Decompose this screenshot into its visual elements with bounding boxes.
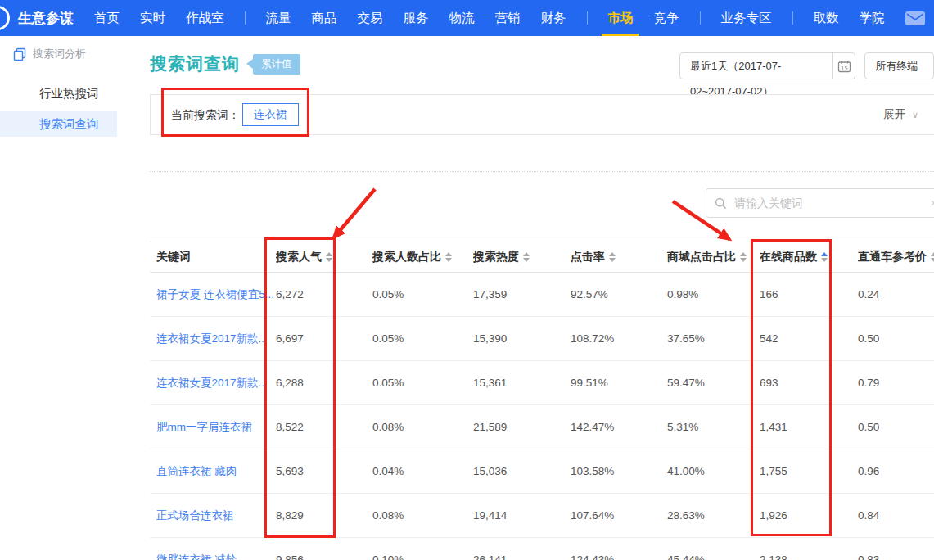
nav-divider: [245, 11, 246, 25]
nav-divider: [700, 11, 701, 25]
date-range-label[interactable]: 最近1天（2017-07-02~2017-07-02）: [680, 53, 832, 79]
table-cell: 19,414: [473, 509, 571, 522]
sidebar: 搜索词分析 行业热搜词搜索词查询: [0, 36, 118, 560]
nav-item-8[interactable]: 物流: [449, 10, 475, 27]
nav-item-5[interactable]: 商品: [312, 10, 337, 27]
table-cell: 1,755: [760, 465, 858, 477]
expand-label[interactable]: 展开: [883, 108, 905, 120]
header-filters: 最近1天（2017-07-02~2017-07-02） 15 所有终端: [679, 52, 934, 79]
table-cell: 0.50: [858, 421, 934, 433]
table-cell: 0.08%: [372, 421, 473, 433]
nav-item-6[interactable]: 交易: [358, 10, 383, 27]
calendar-icon[interactable]: 15: [832, 53, 855, 79]
column-header-6[interactable]: 在线商品数: [760, 250, 858, 264]
table-cell: 15,390: [473, 332, 571, 345]
table-cell: 99.51%: [571, 377, 667, 389]
keyword-link[interactable]: 正式场合连衣裙: [150, 508, 276, 523]
column-header-2[interactable]: 搜索人数占比: [372, 250, 473, 264]
sidebar-group-label: 搜索词分析: [33, 47, 86, 61]
table-row: 连衣裙女夏2017新款...6,6970.05%15,390108.72%37.…: [150, 317, 934, 361]
svg-text:15: 15: [841, 65, 848, 71]
mail-icon[interactable]: [905, 11, 925, 25]
nav-item-17[interactable]: 取数: [814, 10, 839, 27]
logo-icon: [0, 6, 10, 30]
column-label: 商城点击占比: [667, 250, 736, 264]
keyword-link[interactable]: 裙子女夏 连衣裙便宜5...: [150, 287, 276, 302]
sort-icon[interactable]: [326, 252, 332, 262]
table-cell: 8,522: [276, 421, 372, 433]
table-cell: 124.43%: [571, 553, 667, 560]
keyword-link[interactable]: 微胖连衣裙 减龄: [150, 553, 276, 560]
app-logo[interactable]: 生意参谋: [18, 9, 74, 28]
sidebar-item-0[interactable]: 行业热搜词: [0, 81, 117, 106]
column-header-4[interactable]: 点击率: [571, 250, 667, 264]
table-cell: 21,589: [473, 421, 571, 433]
sort-icon[interactable]: [609, 252, 616, 262]
keyword-link[interactable]: 肥mm一字肩连衣裙: [150, 420, 276, 435]
nav-item-10[interactable]: 财务: [541, 10, 566, 27]
table-cell: 0.05%: [372, 332, 473, 345]
keyword-link[interactable]: 直筒连衣裙 藏肉: [150, 464, 276, 479]
documents-icon: [13, 47, 26, 61]
nav-item-0[interactable]: 首页: [94, 10, 120, 27]
current-search-tag[interactable]: 连衣裙: [242, 103, 299, 126]
table-cell: 6,272: [276, 288, 372, 300]
column-header-7[interactable]: 直通车参考价: [858, 250, 934, 264]
table-cell: 0.05%: [372, 288, 473, 300]
column-label: 关键词: [156, 250, 191, 264]
sort-icon[interactable]: [445, 252, 452, 262]
sort-icon[interactable]: [821, 252, 828, 262]
cumulative-badge: 累计值: [253, 54, 300, 75]
nav-item-4[interactable]: 流量: [266, 10, 291, 27]
table-row: 直筒连衣裙 藏肉5,6930.04%15,036103.58%41.00%1,7…: [150, 449, 934, 494]
column-header-3[interactable]: 搜索热度: [473, 250, 571, 264]
keyword-search-input[interactable]: [733, 196, 934, 210]
nav-item-7[interactable]: 服务: [404, 10, 429, 27]
column-header-5[interactable]: 商城点击占比: [667, 250, 760, 264]
table-row: 微胖连衣裙 减龄9,8560.10%26,141124.43%45.44%2,1…: [150, 538, 934, 560]
table-row: 正式场合连衣裙8,8290.08%19,414107.64%28.63%1,92…: [150, 494, 934, 538]
date-range-picker[interactable]: 最近1天（2017-07-02~2017-07-02） 15: [679, 52, 855, 79]
table-cell: 5.31%: [667, 421, 760, 433]
table-cell: 693: [760, 377, 858, 389]
table-cell: 0.98%: [667, 288, 760, 300]
search-icon: [715, 197, 727, 210]
table-cell: 17,359: [473, 288, 571, 300]
nav-item-9[interactable]: 营销: [495, 10, 521, 27]
keyword-link[interactable]: 连衣裙女夏2017新款...: [150, 376, 276, 391]
table-cell: 542: [760, 332, 858, 345]
terminal-select[interactable]: 所有终端: [864, 52, 934, 79]
table-cell: 0.50: [858, 332, 934, 345]
table-cell: 0.83: [858, 553, 934, 560]
table-row: 肥mm一字肩连衣裙8,5220.08%21,589142.47%5.31%1,4…: [150, 405, 934, 449]
table-cell: 108.72%: [571, 332, 667, 345]
nav-item-2[interactable]: 作战室: [186, 10, 224, 27]
expand-toggle[interactable]: 展开 ∨: [883, 95, 918, 134]
column-header-1[interactable]: 搜索人气: [276, 250, 372, 264]
table-cell: 103.58%: [571, 465, 667, 477]
table-cell: 142.47%: [571, 421, 667, 433]
table-cell: 0.24: [858, 288, 934, 300]
nav-item-13[interactable]: 竞争: [654, 10, 679, 27]
table-cell: 59.47%: [667, 377, 760, 389]
nav-item-15[interactable]: 业务专区: [721, 10, 772, 27]
table-cell: 9,856: [276, 553, 372, 560]
sort-icon[interactable]: [523, 252, 530, 262]
table-cell: 166: [760, 288, 858, 300]
clear-search-icon[interactable]: ×: [931, 196, 934, 210]
table-cell: 28.63%: [667, 509, 760, 522]
sidebar-item-1[interactable]: 搜索词查询: [0, 111, 117, 137]
nav-item-1[interactable]: 实时: [140, 10, 165, 27]
current-search-label: 当前搜索词：: [171, 95, 240, 134]
sort-icon[interactable]: [931, 252, 934, 262]
sort-icon[interactable]: [740, 252, 747, 262]
table-body: 裙子女夏 连衣裙便宜5...6,2720.05%17,35992.57%0.98…: [150, 273, 934, 560]
main-content: 搜索词查询 累计值 最近1天（2017-07-02~2017-07-02） 15…: [117, 36, 934, 560]
table-cell: 8,829: [276, 509, 372, 522]
keyword-link[interactable]: 连衣裙女夏2017新款...: [150, 332, 276, 346]
nav-item-18[interactable]: 学院: [860, 10, 885, 27]
table-cell: 6,697: [276, 332, 372, 345]
nav-item-12[interactable]: 市场: [608, 10, 634, 27]
table-cell: 92.57%: [571, 288, 667, 300]
table-cell: 26,141: [473, 553, 571, 560]
